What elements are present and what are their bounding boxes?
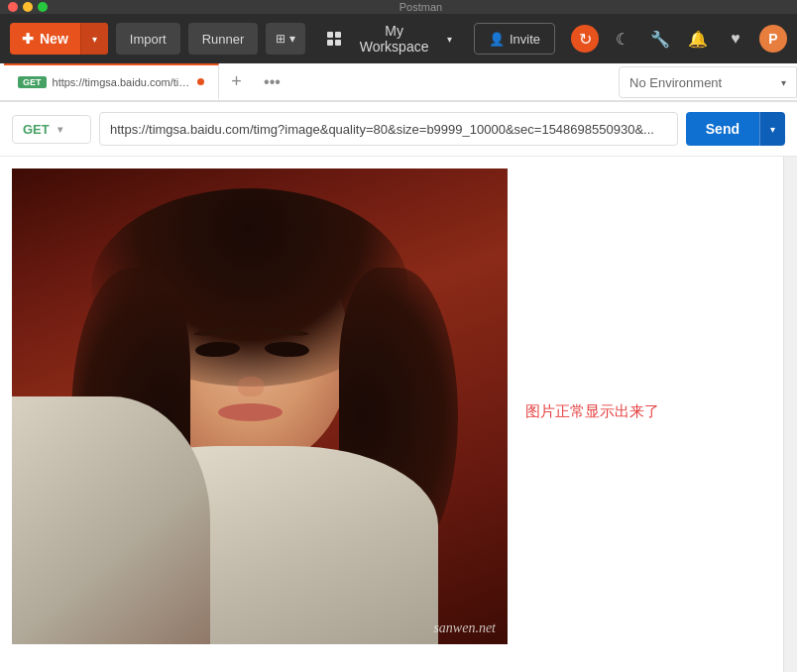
send-dropdown-button[interactable]: ▾: [759, 112, 785, 146]
invite-button[interactable]: 👤 Invite: [474, 23, 555, 55]
moon-icon: ☾: [616, 30, 629, 49]
topbar: ✚ New ▾ Import Runner ⊞ ▾ My Workspace ▾: [0, 14, 797, 63]
plus-icon: ✚: [22, 31, 34, 47]
watermark: sanwen.net: [433, 620, 496, 636]
viewport-icon: ⊞: [276, 32, 285, 46]
sync-button[interactable]: ↻: [571, 25, 599, 53]
more-tabs-button[interactable]: •••: [255, 63, 290, 100]
import-button[interactable]: Import: [116, 23, 180, 55]
send-button-group: Send ▾: [686, 112, 785, 146]
refresh-icon: ↻: [579, 30, 592, 49]
response-annotation: 图片正常显示出来了: [525, 402, 659, 421]
request-bar: GET ▾ Send ▾: [0, 102, 797, 157]
app-title: Postman: [53, 1, 789, 13]
bell-icon: 🔔: [688, 30, 708, 49]
request-tab[interactable]: GET https://timgsa.baidu.com/timg?i...: [4, 63, 219, 100]
workspace-button[interactable]: My Workspace ▾: [313, 23, 466, 55]
environment-chevron-icon: ▾: [781, 77, 786, 88]
unsaved-indicator: [197, 78, 204, 85]
method-selector[interactable]: GET ▾: [12, 115, 91, 144]
right-sidebar: [783, 157, 797, 672]
send-chevron-icon: ▾: [770, 124, 775, 135]
workspace-grid-icon: [327, 32, 341, 46]
chevron-down-icon-layout: ▾: [289, 32, 295, 46]
layout-button[interactable]: ⊞ ▾: [266, 23, 305, 55]
workspace-chevron-icon: ▾: [447, 34, 452, 45]
heart-icon: ♥: [731, 30, 740, 48]
new-button[interactable]: ✚ New: [10, 23, 80, 55]
runner-label: Runner: [202, 32, 245, 47]
response-image: sanwen.net: [12, 168, 508, 644]
send-label: Send: [706, 121, 740, 137]
topbar-icons: ↻ ☾ 🔧 🔔 ♥ P: [571, 25, 787, 53]
add-tab-button[interactable]: +: [219, 63, 255, 100]
user-avatar[interactable]: P: [759, 25, 787, 53]
chevron-down-icon: ▾: [92, 34, 97, 45]
tab-url: https://timgsa.baidu.com/timg?i...: [53, 76, 191, 88]
ellipsis-icon: •••: [264, 73, 281, 91]
avatar-letter: P: [768, 31, 777, 47]
person-plus-icon: 👤: [489, 32, 505, 47]
content-area: sanwen.net 图片正常显示出来了: [0, 157, 797, 672]
import-label: Import: [130, 32, 167, 47]
environment-selector[interactable]: No Environment ▾: [619, 66, 797, 98]
settings-button[interactable]: 🔧: [646, 25, 674, 53]
invite-label: Invite: [510, 32, 540, 47]
url-input[interactable]: [99, 112, 678, 146]
response-panel: sanwen.net 图片正常显示出来了: [0, 157, 797, 672]
dark-mode-button[interactable]: ☾: [609, 25, 636, 53]
method-label: GET: [23, 122, 50, 137]
send-button[interactable]: Send: [686, 112, 759, 146]
heart-button[interactable]: ♥: [722, 25, 749, 53]
environment-label: No Environment: [629, 75, 722, 90]
runner-button[interactable]: Runner: [188, 23, 259, 55]
tab-method-badge: GET: [18, 76, 47, 88]
new-label: New: [40, 31, 68, 47]
new-dropdown-button[interactable]: ▾: [80, 23, 108, 55]
plus-icon-tab: +: [231, 71, 242, 92]
wrench-icon: 🔧: [650, 30, 670, 49]
method-chevron-icon: ▾: [57, 124, 62, 135]
workspace-label: My Workspace: [349, 23, 439, 55]
notifications-button[interactable]: 🔔: [684, 25, 712, 53]
new-button-group: ✚ New ▾: [10, 23, 108, 55]
